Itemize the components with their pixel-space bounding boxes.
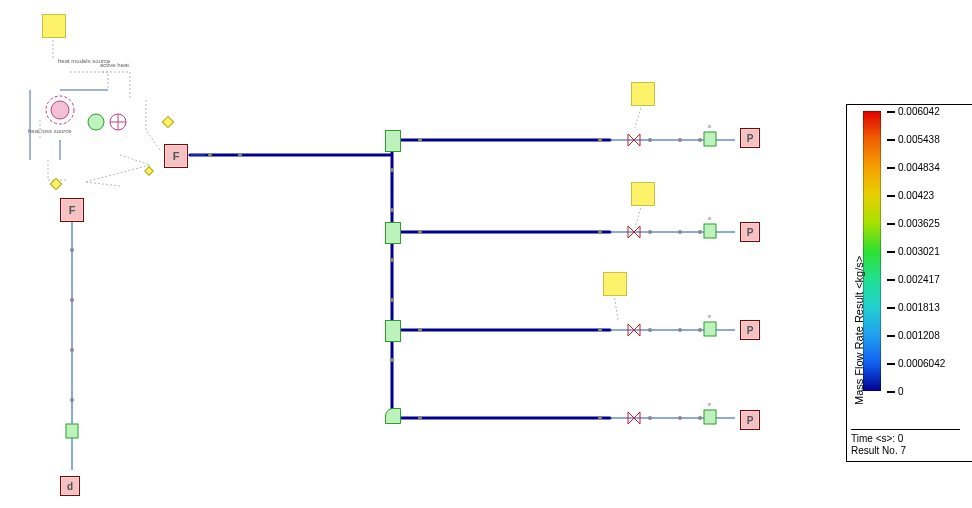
svg-point-26 xyxy=(598,416,602,420)
svg-point-25 xyxy=(418,416,422,420)
legend-tick: 0.0006042 xyxy=(887,359,945,369)
svg-point-15 xyxy=(418,230,422,234)
svg-point-18 xyxy=(678,230,682,234)
legend-footer: Time <s>: 0 Result No. 7 xyxy=(851,429,960,457)
pipe-network: ssss xyxy=(0,0,820,508)
svg-point-30 xyxy=(70,248,74,252)
svg-point-39 xyxy=(46,96,74,124)
annotation-block[interactable] xyxy=(631,82,655,106)
svg-point-16 xyxy=(598,230,602,234)
svg-point-19 xyxy=(698,230,702,234)
svg-point-6 xyxy=(390,208,394,212)
annotation-block[interactable] xyxy=(631,182,655,206)
legend-tick: 0.003625 xyxy=(887,219,940,229)
annotation-block[interactable] xyxy=(42,14,66,38)
annotation-block[interactable] xyxy=(603,272,627,296)
svg-rect-34 xyxy=(704,132,716,146)
legend-tick: 0.001208 xyxy=(887,331,940,341)
svg-point-40 xyxy=(51,101,69,119)
tee-junction-icon[interactable] xyxy=(385,320,401,342)
sensor-label: heat loss source xyxy=(28,128,64,134)
flow-source-side[interactable]: F xyxy=(60,198,84,222)
svg-point-12 xyxy=(648,138,652,142)
drain-node[interactable]: d xyxy=(60,476,80,496)
svg-text:s: s xyxy=(708,401,711,407)
svg-text:s: s xyxy=(708,313,711,319)
sensor-label: active heat xyxy=(100,62,129,68)
svg-point-5 xyxy=(390,168,394,172)
svg-point-33 xyxy=(70,398,74,402)
legend-tick: 0.006042 xyxy=(887,107,940,117)
pressure-port-3[interactable]: P xyxy=(740,320,760,340)
svg-point-8 xyxy=(390,298,394,302)
legend-tick: 0 xyxy=(887,387,904,397)
flow-source-main[interactable]: F xyxy=(164,144,188,168)
svg-point-11 xyxy=(598,138,602,142)
svg-point-41 xyxy=(88,114,104,130)
pressure-port-2[interactable]: P xyxy=(740,222,760,242)
legend-time: Time <s>: 0 xyxy=(851,433,960,445)
svg-point-9 xyxy=(390,358,394,362)
svg-point-42 xyxy=(110,114,126,130)
svg-rect-2 xyxy=(145,167,153,175)
node-label: P xyxy=(747,325,754,336)
svg-point-24 xyxy=(698,328,702,332)
svg-rect-36 xyxy=(704,322,716,336)
svg-point-21 xyxy=(598,328,602,332)
sensor-label: heat models source xyxy=(58,58,98,64)
legend-tick: 0.005438 xyxy=(887,135,940,145)
svg-point-23 xyxy=(678,328,682,332)
svg-rect-1 xyxy=(50,178,61,189)
node-label: P xyxy=(747,227,754,238)
svg-point-20 xyxy=(418,328,422,332)
tee-junction-icon[interactable] xyxy=(385,130,401,152)
legend-title: Mass Flow Rate Result <kg/s> xyxy=(853,256,865,405)
legend-colorbar xyxy=(863,111,881,391)
pressure-port-4[interactable]: P xyxy=(740,410,760,430)
svg-point-14 xyxy=(698,138,702,142)
svg-point-4 xyxy=(238,153,242,157)
node-label: P xyxy=(747,133,754,144)
svg-point-13 xyxy=(678,138,682,142)
svg-point-3 xyxy=(208,153,212,157)
legend-result-no: Result No. 7 xyxy=(851,445,960,457)
svg-text:s: s xyxy=(708,123,711,129)
legend-tick: 0.00423 xyxy=(887,191,934,201)
tee-junction-icon[interactable] xyxy=(385,222,401,244)
pressure-port-1[interactable]: P xyxy=(740,128,760,148)
legend-tick: 0.002417 xyxy=(887,275,940,285)
node-label: F xyxy=(69,204,76,216)
legend-tick: 0.001813 xyxy=(887,303,940,313)
svg-point-31 xyxy=(70,298,74,302)
legend-tick: 0.003021 xyxy=(887,247,940,257)
svg-rect-35 xyxy=(704,224,716,238)
svg-point-32 xyxy=(70,348,74,352)
svg-rect-38 xyxy=(66,424,78,438)
svg-rect-0 xyxy=(162,116,173,127)
svg-point-10 xyxy=(418,138,422,142)
svg-rect-47 xyxy=(863,111,881,391)
svg-point-27 xyxy=(648,416,652,420)
svg-point-28 xyxy=(678,416,682,420)
svg-point-29 xyxy=(698,416,702,420)
node-label: P xyxy=(747,415,754,426)
svg-rect-37 xyxy=(704,410,716,424)
diagram-canvas: ssss F F d P P P P heat models source ac… xyxy=(0,0,820,508)
svg-point-17 xyxy=(648,230,652,234)
svg-point-22 xyxy=(648,328,652,332)
node-label: F xyxy=(173,150,180,162)
elbow-junction-icon[interactable] xyxy=(385,408,401,424)
node-label: d xyxy=(67,481,73,492)
svg-point-7 xyxy=(390,258,394,262)
color-legend: 0.0060420.0054380.0048340.004230.0036250… xyxy=(846,104,972,462)
legend-tick: 0.004834 xyxy=(887,163,940,173)
svg-text:s: s xyxy=(708,215,711,221)
